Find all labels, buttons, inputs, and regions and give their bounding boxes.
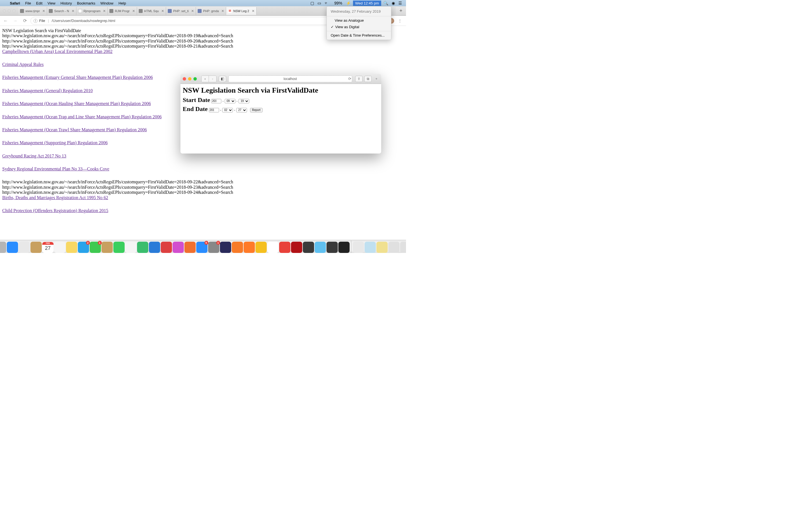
airplay-icon[interactable]: ▭ (316, 1, 323, 5)
dock-app-utility1[interactable] (315, 242, 326, 253)
tab-close-icon[interactable]: ✕ (220, 9, 224, 13)
legislation-link[interactable]: Campbelltown (Urban Area) Local Environm… (2, 49, 112, 54)
dock-app-safari[interactable] (7, 242, 18, 253)
battery-label[interactable]: 99% ⚡ (330, 1, 352, 5)
view-analogue[interactable]: View as Analogue (327, 17, 391, 24)
window-zoom[interactable] (12, 9, 15, 12)
dock-app-vlc[interactable] (232, 242, 243, 253)
browser-tab[interactable]: Rjmprogram✕ (77, 7, 108, 15)
tab-close-icon[interactable]: ✕ (41, 9, 45, 13)
browser-tab[interactable]: www.rjmpr✕ (18, 7, 47, 15)
dock-app-messages[interactable]: 1 (90, 242, 101, 253)
clock[interactable]: Wed 12:45 pm (353, 1, 381, 6)
tab-close-icon[interactable]: ✕ (70, 9, 74, 13)
menu-window[interactable]: Window (98, 1, 116, 5)
dock-app-folder[interactable] (364, 242, 376, 253)
dock-app-html[interactable] (388, 242, 400, 253)
browser-tab[interactable]: PHP: gmda✕ (196, 7, 226, 15)
dock-app-notes[interactable] (66, 242, 77, 253)
forward-button[interactable]: → (11, 17, 19, 25)
browser-tab[interactable]: PHP: set_ti✕ (166, 7, 196, 15)
start-year-input[interactable] (211, 99, 221, 103)
legislation-link[interactable]: Births, Deaths and Marriages Registratio… (2, 195, 108, 200)
dock-app-photoshop[interactable] (220, 242, 231, 253)
dock-app-calendar[interactable]: FEB27 (42, 242, 54, 253)
tab-close-icon[interactable]: ✕ (102, 9, 106, 13)
menu-history[interactable]: History (58, 1, 74, 5)
menu-file[interactable]: File (22, 1, 34, 5)
dock-app-systemprefs[interactable]: 1 (208, 242, 219, 253)
dock-app-itunes[interactable] (172, 242, 184, 253)
legislation-link[interactable]: Child Protection (Offenders Registration… (2, 208, 108, 213)
tab-close-icon[interactable]: ✕ (160, 9, 164, 13)
window-minimize[interactable] (8, 9, 11, 12)
dock-app-preview[interactable] (31, 242, 42, 253)
browser-tab[interactable]: HTML Squ✕ (137, 7, 166, 15)
popup-sidebar-button[interactable]: ◧ (219, 76, 226, 82)
dock-app-appcircle1[interactable] (161, 242, 172, 253)
siri-icon[interactable]: ◉ (390, 1, 397, 5)
popup-minimize[interactable] (188, 77, 192, 80)
tab-close-icon[interactable]: ✕ (131, 9, 135, 13)
menu-view[interactable]: View (45, 1, 58, 5)
dock-app-reminders[interactable] (54, 242, 65, 253)
legislation-link[interactable]: Fisheries Management (Ocean Trap and Lin… (2, 114, 161, 119)
dock-app-ibooks[interactable] (185, 242, 196, 253)
dock-app-html2[interactable] (400, 242, 406, 253)
browser-tab[interactable]: MNSW Leg 2✕ (226, 7, 256, 15)
dock-app-contacts[interactable] (101, 242, 113, 253)
open-date-time-prefs[interactable]: Open Date & Time Preferences... (327, 32, 391, 39)
end-year-input[interactable] (209, 108, 219, 112)
dock-app-chrome[interactable] (267, 242, 278, 253)
dock-app-paper[interactable] (353, 242, 364, 253)
popup-back-button[interactable]: ‹ (202, 76, 209, 82)
menu-bookmarks[interactable]: Bookmarks (74, 1, 98, 5)
popup-address-bar[interactable]: localhost (229, 75, 352, 82)
reload-button[interactable]: ⟳ (21, 17, 29, 25)
app-name[interactable]: Safari (7, 1, 22, 5)
dock-app-mail[interactable]: 2 (78, 242, 89, 253)
dock-app-firefox[interactable] (244, 242, 255, 253)
dock-app-launchpad[interactable] (0, 242, 6, 253)
report-button[interactable]: Report (250, 108, 262, 112)
back-button[interactable]: ← (2, 17, 10, 25)
address-bar[interactable]: i File | /Users/user/Downloads/nswlegrep… (31, 17, 377, 25)
spotlight-icon[interactable]: 🔍 (382, 1, 390, 5)
legislation-link[interactable]: Fisheries Management (General) Regulatio… (2, 88, 93, 93)
dock-app-utility2[interactable] (326, 242, 338, 253)
popup-tabs-icon[interactable]: ⧉ (364, 76, 371, 82)
window-close[interactable] (3, 9, 6, 12)
site-info-icon[interactable]: i (34, 19, 38, 23)
kebab-menu-icon[interactable]: ⋮ (397, 18, 403, 24)
dock-app-chrome-canary[interactable] (255, 242, 267, 253)
tab-close-icon[interactable]: ✕ (190, 9, 194, 13)
start-day-select[interactable]: 19 (239, 99, 249, 103)
browser-tab[interactable]: Search - N✕ (47, 7, 77, 15)
dock-app-photos[interactable] (125, 242, 137, 253)
end-day-select[interactable]: 27 (236, 108, 247, 112)
screen-icon[interactable]: ▢ (309, 1, 316, 5)
dock-app-filezilla[interactable] (291, 242, 302, 253)
notification-icon[interactable]: ☰ (397, 1, 404, 5)
legislation-link[interactable]: Fisheries Management (Estuary General Sh… (2, 75, 153, 80)
menu-help[interactable]: Help (116, 1, 129, 5)
dock-app-keynote[interactable] (149, 242, 160, 253)
popup-zoom[interactable] (193, 77, 197, 80)
popup-reload-icon[interactable]: ⟳ (348, 76, 353, 81)
legislation-link[interactable]: Sydney Regional Environmental Plan No 33… (2, 166, 109, 171)
legislation-link[interactable]: Criminal Appeal Rules (2, 62, 44, 67)
tab-close-icon[interactable]: ✕ (251, 9, 255, 13)
dock-app-note[interactable] (376, 242, 388, 253)
legislation-link[interactable]: Fisheries Management (Supporting Plan) R… (2, 140, 108, 145)
legislation-link[interactable]: Fisheries Management (Ocean Trawl Share … (2, 127, 147, 132)
wifi-icon[interactable]: ᯤ (323, 1, 330, 5)
dock-app-facetime[interactable] (113, 242, 124, 253)
dock-app-mamp[interactable] (303, 242, 314, 253)
start-month-select[interactable]: 09 (225, 99, 236, 103)
dock-app-opera[interactable] (279, 242, 290, 253)
legislation-link[interactable]: Greyhound Racing Act 2017 No 13 (2, 154, 66, 158)
popup-share-icon[interactable]: ⇪ (355, 76, 363, 82)
dock-app-appstore[interactable]: 6 (196, 242, 207, 253)
popup-new-tab[interactable]: + (374, 76, 379, 81)
new-tab-button[interactable]: + (396, 7, 406, 15)
